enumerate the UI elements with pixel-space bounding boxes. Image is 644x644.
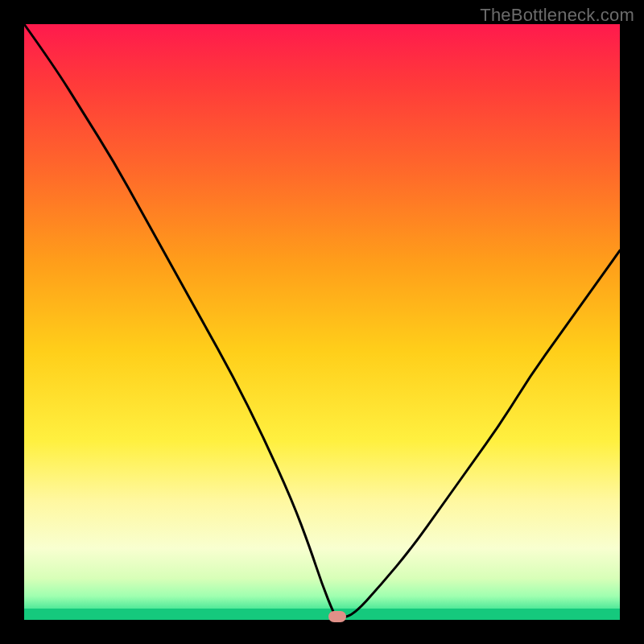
chart-canvas: TheBottleneck.com [0,0,644,644]
minimum-marker [328,611,346,622]
curve-svg [24,24,620,620]
watermark-text: TheBottleneck.com [480,5,634,26]
bottleneck-curve [24,24,620,617]
plot-area [24,24,620,620]
